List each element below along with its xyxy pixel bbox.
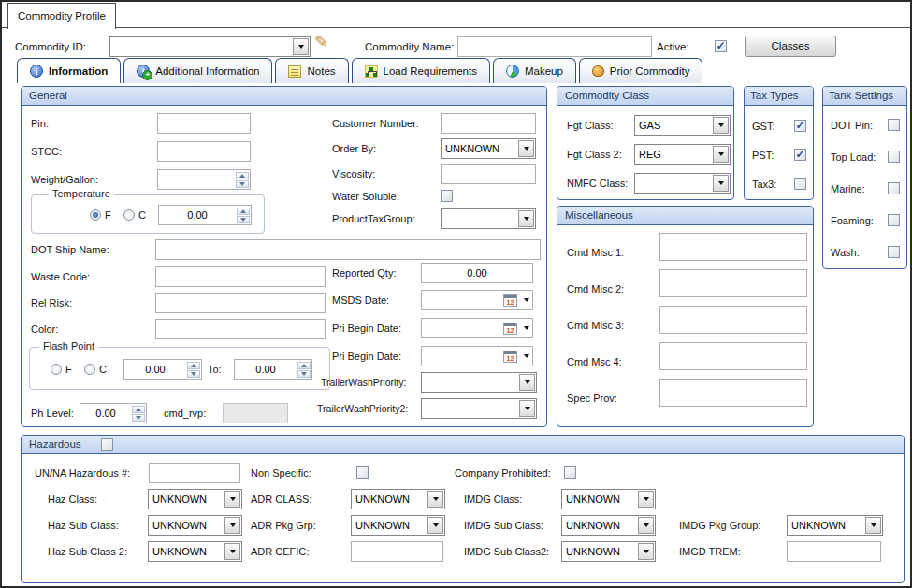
ph-level-input[interactable]: 0.00 (80, 403, 147, 423)
temperature-f-radio[interactable] (90, 209, 101, 221)
adr-pkg-grp-dropdown-button[interactable] (427, 517, 443, 534)
imdg-sub-class2-dropdown-button[interactable] (638, 543, 654, 560)
cmd-misc2-input[interactable] (659, 269, 807, 297)
trailer-wash-priority-dropdown-button[interactable] (519, 374, 535, 391)
flash-point-to-spinner[interactable] (297, 360, 311, 379)
order-by-combo[interactable]: UNKNOWN (441, 138, 536, 159)
product-tax-group-combo[interactable] (441, 208, 536, 229)
haz-class-dropdown-button[interactable] (224, 491, 240, 508)
dot-pin-checkbox[interactable] (888, 119, 900, 131)
commodity-id-combo[interactable] (109, 36, 311, 57)
flash-point-from-spinner[interactable] (186, 360, 201, 379)
imdg-sub-class-combo[interactable]: UNKNOWN (561, 515, 656, 536)
tab-load-requirements[interactable]: Load Requirements (352, 58, 490, 83)
pri-begin-date-dropdown-button[interactable] (520, 326, 532, 330)
imdg-class-dropdown-button[interactable] (638, 491, 654, 508)
marine-checkbox[interactable] (888, 182, 900, 194)
tab-information[interactable]: Information (17, 58, 121, 83)
tab-additional-information[interactable]: Additional Information (123, 58, 272, 83)
company-prohibited-checkbox[interactable] (564, 466, 576, 479)
tax3-checkbox[interactable] (794, 178, 806, 190)
imgd-trem-input[interactable] (787, 541, 881, 562)
temperature-input[interactable]: 0.00 (158, 205, 252, 225)
imdg-class-combo[interactable]: UNKNOWN (561, 489, 656, 509)
spin-up-button[interactable] (187, 362, 200, 369)
order-by-dropdown-button[interactable] (518, 140, 534, 157)
water-soluble-checkbox[interactable] (441, 190, 453, 202)
haz-sub-class-combo[interactable]: UNKNOWN (148, 515, 242, 536)
flash-point-c-radio[interactable] (84, 364, 95, 375)
pin-input[interactable] (157, 113, 251, 134)
fgt-class2-dropdown-button[interactable] (713, 146, 729, 163)
window-tab-commodity-profile[interactable]: Commodity Profile (7, 3, 116, 29)
haz-sub-class2-dropdown-button[interactable] (224, 543, 240, 560)
spin-down-button[interactable] (187, 370, 200, 378)
classes-button[interactable]: Classes (745, 36, 836, 57)
ph-level-spinner[interactable] (131, 404, 146, 423)
imdg-pkg-group-combo[interactable]: UNKNOWN (787, 515, 883, 536)
flash-point-from-input[interactable]: 0.00 (123, 359, 202, 380)
fgt-class-dropdown-button[interactable] (713, 117, 729, 134)
color-input[interactable] (155, 319, 326, 339)
reported-qty-input[interactable]: 0.00 (421, 263, 533, 283)
flash-point-f-radio[interactable] (51, 364, 62, 375)
stcc-input[interactable] (157, 141, 251, 162)
cmd-misc1-input[interactable] (659, 233, 807, 261)
top-load-checkbox[interactable] (888, 151, 900, 163)
imdg-pkg-group-dropdown-button[interactable] (865, 517, 881, 534)
spin-up-button[interactable] (237, 208, 250, 215)
trailer-wash-priority2-combo[interactable] (421, 398, 537, 419)
haz-sub-class2-combo[interactable]: UNKNOWN (148, 541, 242, 562)
trailer-wash-priority-combo[interactable] (421, 372, 537, 393)
haz-class-combo[interactable]: UNKNOWN (148, 489, 242, 509)
temperature-spinner[interactable] (236, 206, 251, 224)
wash-checkbox[interactable] (888, 246, 900, 258)
msds-date-dropdown-button[interactable] (520, 298, 532, 302)
spin-down-button[interactable] (237, 216, 250, 223)
gst-checkbox[interactable] (794, 120, 806, 132)
pri-begin-date2-input[interactable] (421, 346, 533, 366)
waste-code-input[interactable] (155, 266, 326, 287)
customer-number-input[interactable] (441, 113, 536, 134)
pri-begin-date-input[interactable] (421, 318, 533, 338)
temperature-c-radio[interactable] (123, 209, 135, 221)
trailer-wash-priority2-dropdown-button[interactable] (519, 400, 535, 417)
active-checkbox[interactable] (715, 40, 727, 52)
adr-class-combo[interactable]: UNKNOWN (351, 489, 445, 509)
imdg-sub-class-dropdown-button[interactable] (638, 517, 654, 534)
spin-down-button[interactable] (132, 414, 145, 422)
pst-checkbox[interactable] (794, 149, 806, 161)
product-tax-group-dropdown-button[interactable] (518, 210, 534, 227)
flash-point-to-input[interactable]: 0.00 (234, 359, 312, 380)
rel-risk-input[interactable] (155, 293, 326, 313)
viscosity-input[interactable] (441, 164, 536, 184)
cmd-misc3-input[interactable] (659, 306, 807, 334)
commodity-id-dropdown-button[interactable] (293, 38, 309, 55)
tab-makeup[interactable]: Makeup (493, 58, 576, 83)
adr-cefic-input[interactable] (351, 541, 443, 562)
spec-prov-input[interactable] (659, 379, 807, 407)
calendar-icon[interactable] (503, 323, 517, 335)
fgt-class-combo[interactable]: GAS (634, 115, 731, 136)
pri-begin-date2-dropdown-button[interactable] (520, 354, 532, 358)
spin-down-button[interactable] (297, 370, 311, 378)
spin-down-button[interactable] (236, 180, 249, 188)
imdg-sub-class2-combo[interactable]: UNKNOWN (561, 541, 656, 562)
msds-date-input[interactable] (421, 290, 533, 310)
spin-up-button[interactable] (132, 406, 145, 413)
un-na-hazardous-input[interactable] (149, 463, 240, 483)
spin-up-button[interactable] (297, 362, 311, 369)
tab-notes[interactable]: Notes (275, 58, 348, 83)
foaming-checkbox[interactable] (888, 214, 900, 226)
haz-sub-class-dropdown-button[interactable] (224, 517, 240, 534)
cmd-msc4-input[interactable] (659, 342, 807, 370)
fgt-class2-combo[interactable]: REG (634, 144, 731, 165)
edit-pencil-icon[interactable]: ✎ (314, 32, 328, 52)
commodity-name-input[interactable] (457, 36, 652, 57)
dot-ship-name-input[interactable] (155, 239, 541, 260)
spin-up-button[interactable] (236, 172, 249, 179)
adr-class-dropdown-button[interactable] (427, 491, 443, 508)
adr-pkg-grp-combo[interactable]: UNKNOWN (351, 515, 445, 536)
calendar-icon[interactable] (503, 351, 517, 363)
hazardous-checkbox[interactable] (101, 438, 113, 451)
